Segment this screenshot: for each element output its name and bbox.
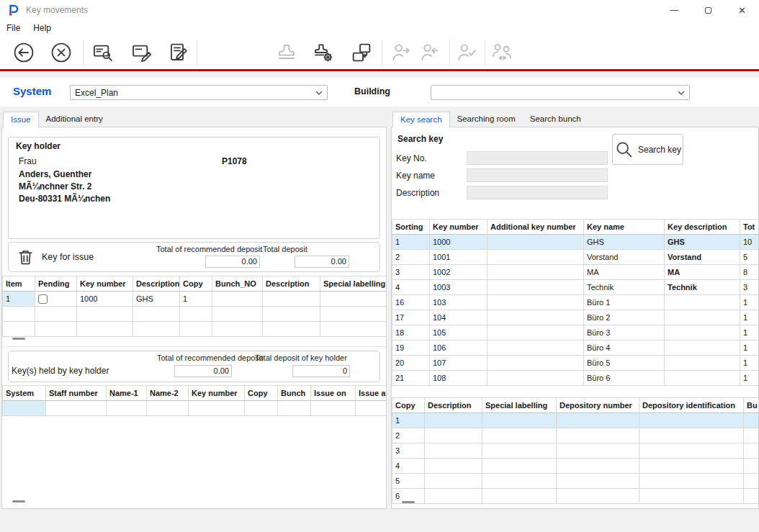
table-cell[interactable]: 1 — [392, 235, 430, 250]
table-cell[interactable]: 16 — [392, 295, 430, 310]
table-cell[interactable]: 105 — [430, 325, 488, 341]
table-cell[interactable] — [482, 474, 557, 489]
table-cell[interactable]: 18 — [392, 325, 430, 341]
table-cell[interactable] — [189, 401, 245, 416]
menu-help[interactable]: Help — [27, 22, 58, 35]
transfer-button[interactable] — [347, 37, 376, 68]
column-header[interactable]: Special labelling — [482, 398, 557, 413]
table-cell[interactable] — [665, 325, 740, 341]
table-cell[interactable]: 5 — [740, 250, 759, 265]
sign-document-button[interactable] — [164, 37, 193, 68]
table-row[interactable]: 31002MAMA8 — [392, 265, 759, 280]
search-key-button[interactable]: Search key — [612, 134, 683, 165]
table-cell[interactable] — [639, 489, 744, 504]
table-cell[interactable] — [665, 356, 740, 371]
table-cell[interactable] — [35, 292, 77, 307]
table-cell[interactable] — [425, 428, 482, 443]
table-cell[interactable]: 4 — [392, 459, 425, 474]
column-header[interactable]: Bunch — [278, 386, 311, 401]
column-header[interactable]: Bu — [744, 398, 759, 413]
held-total-recommended-field[interactable]: 0.00 — [174, 365, 232, 377]
table-cell[interactable] — [665, 295, 740, 310]
table-row[interactable] — [3, 322, 387, 337]
table-cell[interactable]: 1 — [740, 356, 759, 371]
table-cell[interactable]: 5 — [392, 474, 425, 489]
tab-issue[interactable]: Issue — [3, 112, 39, 127]
table-cell[interactable] — [665, 341, 740, 356]
table-row[interactable]: 41003TechnikTechnik3 — [392, 280, 759, 295]
table-cell[interactable]: GHS — [584, 235, 665, 250]
table-cell[interactable] — [639, 428, 744, 443]
table-cell[interactable] — [180, 307, 212, 322]
table-cell[interactable] — [488, 371, 584, 386]
total-recommended-deposit-field[interactable]: 0.00 — [205, 256, 260, 268]
table-cell[interactable]: Büro 4 — [584, 341, 665, 356]
table-row[interactable] — [3, 401, 387, 416]
table-cell[interactable]: 2 — [392, 250, 430, 265]
table-cell[interactable] — [107, 401, 147, 416]
table-cell[interactable]: 21 — [392, 371, 430, 386]
column-header[interactable]: Key number — [77, 276, 133, 292]
column-header[interactable]: Key name — [584, 220, 665, 235]
table-cell[interactable]: MA — [665, 265, 740, 280]
tab-search-bunch[interactable]: Search bunch — [523, 112, 588, 127]
column-header[interactable]: Bunch_NO — [212, 276, 263, 292]
table-cell[interactable] — [180, 322, 212, 337]
table-cell[interactable] — [263, 322, 320, 337]
table-cell[interactable] — [665, 310, 740, 325]
table-cell[interactable]: 8 — [740, 265, 759, 280]
table-cell[interactable] — [557, 459, 639, 474]
table-cell[interactable] — [133, 322, 180, 337]
column-header[interactable]: Copy — [245, 386, 278, 401]
table-cell[interactable] — [557, 443, 639, 459]
table-cell[interactable] — [425, 443, 482, 459]
table-cell[interactable]: 1000 — [430, 235, 488, 250]
table-cell[interactable]: 17 — [392, 310, 430, 325]
table-cell[interactable] — [639, 459, 744, 474]
table-row[interactable]: 2 — [392, 428, 759, 443]
table-cell[interactable]: 1 — [740, 325, 759, 341]
column-header[interactable]: Name-1 — [107, 386, 147, 401]
table-cell[interactable] — [488, 265, 584, 280]
table-cell[interactable] — [320, 307, 387, 322]
table-row[interactable] — [3, 307, 387, 322]
table-row[interactable]: 21108Büro 61 — [392, 371, 759, 386]
table-cell[interactable] — [77, 307, 133, 322]
column-header[interactable]: Staff number — [46, 386, 107, 401]
table-cell[interactable]: 1000 — [77, 292, 133, 307]
table-row[interactable]: 18105Büro 31 — [392, 325, 759, 341]
table-cell[interactable] — [35, 307, 77, 322]
table-cell[interactable]: 1003 — [430, 280, 488, 295]
column-header[interactable]: Additional key number — [488, 220, 584, 235]
table-cell[interactable]: Büro 2 — [584, 310, 665, 325]
pending-checkbox[interactable] — [38, 294, 48, 304]
search-record-button[interactable] — [89, 37, 117, 68]
table-cell[interactable] — [488, 250, 584, 265]
table-cell[interactable]: 1 — [740, 310, 759, 325]
table-cell[interactable]: GHS — [665, 235, 740, 250]
table-cell[interactable] — [3, 401, 46, 416]
delete-key-button[interactable] — [16, 248, 35, 269]
table-cell[interactable] — [639, 474, 744, 489]
person-out-button[interactable] — [387, 37, 416, 68]
table-cell[interactable]: 104 — [430, 310, 488, 325]
table-cell[interactable] — [482, 428, 557, 443]
table-cell[interactable]: Technik — [584, 280, 665, 295]
column-header[interactable]: Depository identification — [639, 398, 744, 413]
table-cell[interactable] — [744, 413, 759, 428]
table-cell[interactable] — [744, 474, 759, 489]
table-cell[interactable] — [245, 401, 278, 416]
table-cell[interactable]: 106 — [430, 341, 488, 356]
column-header[interactable]: Issue on — [311, 386, 356, 401]
table-cell[interactable] — [744, 489, 759, 504]
column-header[interactable]: Key description — [665, 220, 740, 235]
column-header[interactable]: Description — [425, 398, 482, 413]
table-cell[interactable] — [488, 341, 584, 356]
table-cell[interactable]: 1001 — [430, 250, 488, 265]
stamp-button[interactable] — [272, 37, 301, 68]
table-cell[interactable] — [133, 307, 180, 322]
table-cell[interactable] — [311, 401, 356, 416]
table-cell[interactable]: 3 — [392, 443, 425, 459]
table-cell[interactable] — [77, 322, 133, 337]
table-cell[interactable]: GHS — [133, 292, 180, 307]
